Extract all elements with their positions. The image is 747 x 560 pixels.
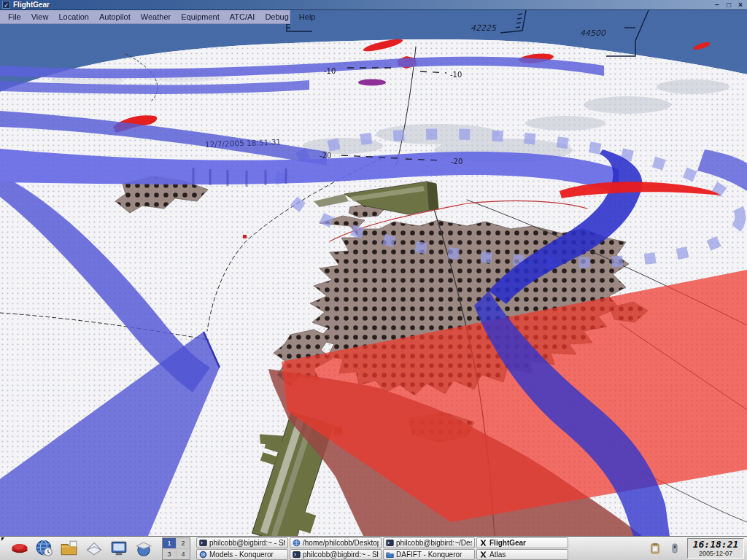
taskbar-task-philcobb-bigbird-desktop-d[interactable]: philcobb@bigbird:~/Desktop/d (383, 537, 475, 548)
contour-minus20-left: -20 (320, 152, 331, 160)
taskbar-task-atlas[interactable]: Atlas (476, 549, 568, 560)
taskbar-task-home-philcobb-desktop-dafif[interactable]: /home/philcobb/Desktop/dafif (290, 537, 382, 548)
menu-item-file[interactable]: File (3, 12, 26, 21)
window-buttons: − □ × (713, 1, 745, 9)
system-tray (649, 542, 687, 555)
taskbar-task-philcobb-bigbird-shell-k[interactable]: philcobb@bigbird:~ - Shell - K (196, 537, 288, 548)
web-browser-icon[interactable] (35, 539, 54, 558)
task-list: philcobb@bigbird:~ - Shell - KModels - K… (196, 537, 568, 560)
task-label: FlightGear (489, 539, 526, 547)
taskbar-task-philcobb-bigbird-shell-k[interactable]: philcobb@bigbird:~ - Shell - K (290, 549, 382, 560)
flightgear-window: ✓ FlightGear − □ × (0, 0, 747, 536)
altitude-label-left: 42225 (471, 23, 497, 33)
menu-bar: FileViewLocationAutopilotWeatherEquipmen… (0, 10, 290, 24)
magenta-area (358, 79, 386, 86)
window-titlebar[interactable]: ✓ FlightGear − □ × (0, 0, 747, 10)
atlas-3d-scene: -10 -10 -20 -20 12/7/2005 18:51:31 42225… (0, 10, 747, 536)
task-label: Models - Konqueror (209, 551, 274, 559)
clock-date: 2005-12-07 (689, 550, 742, 557)
kde-panel: 1234 philcobb@bigbird:~ - Shell - KModel… (0, 536, 747, 560)
globe-icon (293, 539, 301, 547)
contour-minus10-right: -10 (450, 71, 462, 79)
minimize-button[interactable]: − (713, 1, 721, 9)
contour-minus20-right: -20 (451, 158, 462, 166)
terminal-icon (386, 539, 394, 547)
taskbar-task-dafift-konqueror[interactable]: DAFIFT - Konqueror (383, 549, 475, 560)
x11-icon (479, 539, 487, 547)
home-folder-icon[interactable] (60, 539, 79, 558)
konqueror-icon (199, 551, 207, 559)
terminal-icon (293, 551, 301, 559)
3d-map-view[interactable]: -10 -10 -20 -20 12/7/2005 18:51:31 42225… (0, 10, 747, 536)
maximize-button[interactable]: □ (724, 1, 733, 9)
pager-desktop-3[interactable]: 3 (163, 549, 176, 559)
window-title: FlightGear (13, 1, 50, 9)
terminal-icon (199, 539, 207, 547)
menu-item-atcai[interactable]: ATC/AI (225, 12, 260, 21)
pager-desktop-2[interactable]: 2 (177, 538, 190, 548)
menu-item-equipment[interactable]: Equipment (176, 12, 225, 21)
documentation-icon[interactable] (109, 539, 128, 558)
close-button[interactable]: × (736, 1, 745, 9)
menu-item-help[interactable]: Help (294, 12, 321, 21)
task-label: philcobb@bigbird:~/Desktop/d (396, 539, 472, 547)
menu-item-view[interactable]: View (26, 12, 54, 21)
task-label: DAFIFT - Konqueror (396, 551, 462, 559)
red-hat-menu-icon[interactable] (10, 539, 29, 558)
taskbar-task-flightgear[interactable]: FlightGear (476, 537, 568, 548)
mail-client-icon[interactable] (85, 539, 104, 558)
panel-hide-arrow[interactable] (1, 537, 4, 541)
menu-item-location[interactable]: Location (53, 12, 94, 21)
pager-desktop-1[interactable]: 1 (163, 538, 176, 548)
launcher-area (3, 539, 158, 558)
device-icon[interactable] (668, 542, 681, 555)
menu-item-autopilot[interactable]: Autopilot (94, 12, 136, 21)
clock-time: 16:18:21 (689, 540, 742, 550)
clipboard-icon[interactable] (649, 542, 662, 555)
window-menu-icon[interactable]: ✓ (2, 1, 10, 9)
desktop: ✓ FlightGear − □ × (0, 0, 747, 560)
panel-clock[interactable]: 16:18:21 2005-12-07 (687, 538, 744, 559)
task-label: Atlas (489, 551, 506, 559)
task-label: philcobb@bigbird:~ - Shell - K (303, 551, 379, 559)
folder-icon (386, 551, 394, 559)
altitude-label-right: 44500 (580, 28, 606, 38)
menu-item-debug[interactable]: Debug (260, 12, 293, 21)
pager-desktop-4[interactable]: 4 (177, 549, 190, 559)
desktop-share-icon[interactable] (134, 539, 153, 558)
contour-minus10-left: -10 (324, 67, 336, 75)
x11-icon (479, 551, 487, 559)
taskbar-task-models-konqueror[interactable]: Models - Konqueror (196, 549, 288, 560)
task-label: philcobb@bigbird:~ - Shell - K (209, 539, 285, 547)
menu-item-weather[interactable]: Weather (136, 12, 176, 21)
desktop-pager: 1234 (162, 537, 190, 560)
task-label: /home/philcobb/Desktop/dafif (303, 539, 379, 547)
